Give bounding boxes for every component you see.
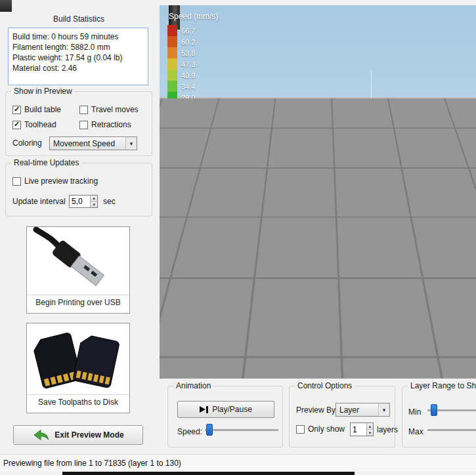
exit-preview-button[interactable]: Exit Preview Mode — [13, 425, 143, 445]
legend-swatch — [167, 36, 177, 47]
exit-preview-label: Exit Preview Mode — [54, 430, 123, 440]
checkbox-label: Only show — [308, 424, 345, 434]
build-table-checkbox[interactable]: ✓ Build table — [12, 105, 61, 114]
speed-slider-handle[interactable] — [206, 424, 213, 436]
checkbox-label: Live preview tracking — [24, 176, 98, 186]
stepper-buttons: ▲ ▼ — [366, 423, 373, 436]
sd-cards-image — [27, 323, 129, 394]
layers-input[interactable] — [351, 423, 366, 436]
legend-swatch — [167, 25, 177, 36]
max-slider-track[interactable] — [427, 429, 476, 431]
legend-entry: 66.7 — [167, 25, 218, 36]
update-interval-stepper[interactable]: ▲ ▼ — [69, 195, 98, 208]
preview-by-label: Preview By — [296, 405, 335, 415]
control-options-group: Control Options Preview By Layer ▾ Only … — [289, 386, 395, 447]
play-pause-label: Play/Pause — [212, 405, 252, 414]
checkbox-label: Toolhead — [24, 120, 56, 129]
sd-button-label: Save Toolpaths to Disk — [27, 394, 129, 410]
spin-down-button[interactable]: ▼ — [367, 430, 373, 436]
spin-down-icon: ▼ — [368, 431, 372, 435]
play-pause-button[interactable]: Play/Pause — [177, 401, 274, 418]
update-interval-input[interactable] — [70, 196, 90, 207]
layers-label: layers — [377, 425, 398, 434]
legend-entry: 53.8 — [167, 47, 218, 58]
coloring-label: Coloring — [12, 138, 42, 148]
min-slider-handle[interactable] — [431, 404, 437, 416]
live-preview-tracking-checkbox[interactable]: Live preview tracking — [12, 176, 98, 186]
retractions-checkbox[interactable]: Retractions — [79, 120, 131, 129]
legend-swatch — [167, 81, 177, 92]
stepper-buttons: ▲ ▼ — [90, 196, 97, 207]
update-interval-unit: sec — [103, 197, 116, 206]
checkbox-box — [79, 121, 88, 129]
usb-cable-image — [27, 227, 129, 295]
green-back-arrow-icon — [32, 429, 49, 441]
layers-stepper[interactable]: ▲ ▼ — [350, 423, 374, 436]
status-text: Previewing file from line 1 to 71835 (la… — [3, 459, 181, 468]
check-icon: ✓ — [14, 106, 20, 113]
legend-entry: 8.6 — [167, 125, 218, 136]
control-options-title: Control Options — [295, 381, 355, 390]
legend-entry: 2.2 — [167, 136, 218, 148]
checkbox-box — [79, 106, 88, 114]
chevron-down-icon: ▾ — [378, 403, 389, 416]
legend-entry: 28.0 — [167, 92, 218, 103]
legend-swatch — [167, 58, 177, 70]
taskbar-edge — [62, 472, 355, 475]
speed-label: Speed: — [177, 427, 202, 436]
legend-entry: 34.4 — [167, 81, 218, 92]
spin-up-button[interactable]: ▲ — [91, 196, 97, 202]
check-icon: ✓ — [14, 121, 20, 128]
legend-entry: 60.2 — [167, 36, 218, 47]
speed-slider[interactable] — [205, 423, 278, 436]
checkbox-label: Travel moves — [91, 105, 139, 114]
legend-swatch — [167, 103, 177, 114]
speed-slider-track[interactable] — [205, 429, 278, 431]
min-label: Min — [408, 407, 421, 417]
show-in-preview-title: Show in Preview — [11, 87, 75, 96]
legend-swatch — [167, 92, 177, 103]
only-show-checkbox[interactable]: Only show — [296, 424, 345, 434]
travel-moves-checkbox[interactable]: Travel moves — [79, 105, 139, 114]
show-in-preview-group: Show in Preview ✓ Build table Travel mov… — [5, 91, 152, 156]
checkbox-box: ✓ — [12, 121, 21, 129]
checkbox-label: Retractions — [91, 120, 131, 129]
toolhead-position-readout: Toolhead Position X: 0.000 Y: 270.000 Z:… — [169, 325, 231, 369]
build-statistics-title: Build Statistics — [0, 14, 158, 24]
spin-down-icon: ▼ — [92, 203, 96, 207]
min-layer-slider[interactable] — [427, 403, 476, 417]
build-statistics-box: Build time: 0 hours 59 minutes Filament … — [8, 28, 148, 85]
max-layer-slider[interactable] — [427, 423, 476, 436]
spin-down-button[interactable]: ▼ — [91, 202, 97, 208]
checkbox-box: ✓ — [12, 106, 21, 114]
checkbox-label: Build table — [24, 105, 61, 114]
checkbox-box — [12, 177, 21, 186]
spin-up-icon: ▲ — [368, 424, 372, 428]
update-interval-label: Update interval — [12, 197, 66, 206]
animation-title: Animation — [173, 381, 213, 390]
stat-build-time: Build time: 0 hours 59 minutes — [12, 31, 144, 42]
preview-by-value: Layer — [336, 405, 378, 415]
preview-3d-viewport[interactable]: Speed (mm/s) 66.7 60.2 53.8 47.3 40.9 34… — [160, 5, 476, 379]
legend-swatch — [167, 125, 177, 136]
save-toolpaths-button[interactable]: Save Toolpaths to Disk — [26, 323, 130, 413]
toolhead-z: Z: 25.970 — [169, 358, 231, 369]
toolhead-checkbox[interactable]: ✓ Toolhead — [12, 120, 56, 129]
play-pause-icon — [200, 406, 208, 413]
layer-range-title: Layer Range to Show — [408, 381, 476, 390]
coloring-select[interactable]: Movement Speed ▾ — [49, 136, 137, 150]
legend-entry: 15.1 — [167, 114, 218, 125]
spin-up-button[interactable]: ▲ — [367, 423, 373, 430]
stat-filament-length: Filament length: 5882.0 mm — [12, 42, 144, 52]
legend-entry: 40.9 — [167, 70, 218, 81]
checkbox-box — [296, 425, 305, 434]
layer-range-group: Layer Range to Show Min Max — [402, 386, 476, 447]
preview-by-select[interactable]: Layer ▾ — [335, 403, 390, 417]
begin-printing-usb-button[interactable]: Begin Printing over USB — [26, 226, 130, 314]
legend-entry: 21.5 — [167, 103, 218, 114]
status-bar: Previewing file from line 1 to 71835 (la… — [0, 454, 476, 472]
legend-swatch — [167, 136, 177, 148]
chevron-down-icon: ▾ — [125, 137, 137, 150]
max-label: Max — [408, 427, 423, 436]
animation-group: Animation Play/Pause Speed: — [167, 386, 283, 447]
